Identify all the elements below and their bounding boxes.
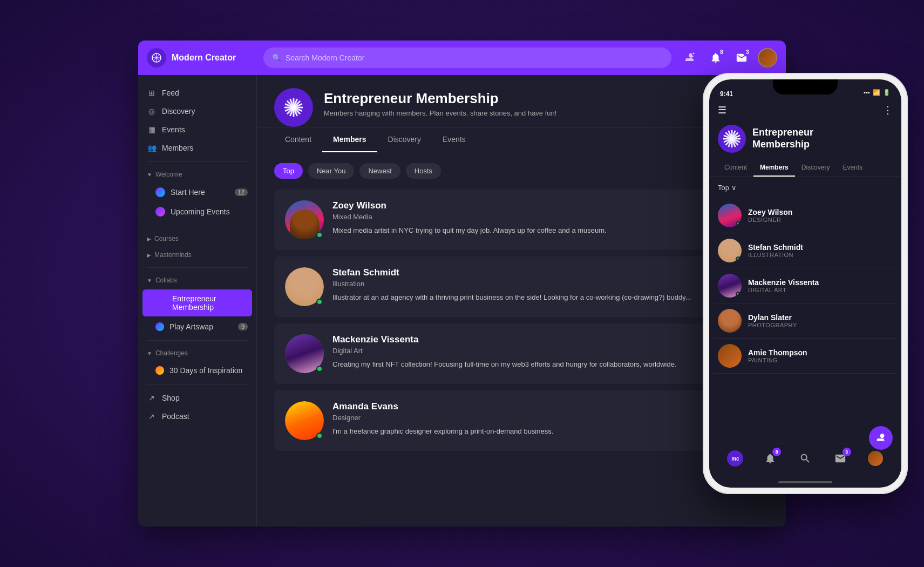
phone-nav-search[interactable]: [796, 449, 815, 468]
filter-near-you[interactable]: Near You: [308, 163, 355, 179]
phone-nav-home[interactable]: mc: [725, 449, 745, 468]
phone-member-stefan[interactable]: Stefan Schmidt ILLUSTRATION: [714, 233, 897, 268]
battery-icon: 🔋: [883, 89, 891, 96]
online-dot-amanda: [316, 433, 323, 439]
member-card-stefan[interactable]: Stefan Schmidt Illustration Illustrator …: [274, 256, 769, 317]
phone-group-section: Entrepreneur Membership: [709, 120, 901, 159]
member-role-zoey: Mixed Media: [332, 213, 758, 221]
phone-menu-icon[interactable]: ☰: [718, 104, 726, 116]
phone-more-icon[interactable]: ⋮: [883, 104, 893, 116]
phone-member-info-dylan: Dylan Slater PHOTOGRAPHY: [748, 313, 797, 328]
logo-area[interactable]: Modern Creator: [147, 48, 255, 68]
add-member-button[interactable]: +: [680, 48, 699, 68]
artswap-badge: 9: [238, 323, 248, 330]
member-name-zoey: Zoey Wilson: [332, 200, 758, 211]
divider-4: [147, 340, 248, 341]
entrepreneur-icon: [160, 299, 167, 307]
sidebar-item-entrepreneur[interactable]: Entrepreneur Membership: [142, 289, 252, 316]
phone-online-dot-mackenzie: [736, 292, 741, 297]
member-card-zoey[interactable]: Zoey Wilson Mixed Media Mixed media arti…: [274, 190, 769, 250]
svg-point-15: [291, 105, 296, 110]
phone-notch: [773, 79, 838, 94]
wifi-icon: 📶: [873, 89, 880, 96]
member-bio-stefan: Illustrator at an ad agency with a thriv…: [332, 292, 758, 303]
phone-member-mackenzie[interactable]: Mackenzie Vissenta DIGITAL ART: [714, 268, 897, 303]
phone-member-dylan[interactable]: Dylan Slater PHOTOGRAPHY: [714, 303, 897, 339]
upcoming-events-icon: [155, 207, 165, 217]
sidebar-item-feed[interactable]: ⊞ Feed: [138, 84, 256, 102]
section-welcome[interactable]: ▼ Welcome: [138, 166, 256, 183]
online-dot-stefan: [316, 299, 323, 305]
phone-member-name-zoey: Zoey Wilson: [748, 208, 792, 217]
phone-tab-discovery[interactable]: Discovery: [795, 159, 837, 177]
phone-nav-avatar[interactable]: [866, 449, 885, 468]
phone-tab-events[interactable]: Events: [836, 159, 869, 177]
search-bar[interactable]: 🔍 Search Modern Creator: [263, 48, 671, 68]
app-window: Modern Creator 🔍 Search Modern Creator +…: [138, 40, 786, 526]
phone-screen: 9:41 ▪▪▪ 📶 🔋 ☰ ⋮: [709, 79, 901, 488]
member-info-mackenzie: Mackenzie Vissenta Digital Art Creating …: [332, 334, 758, 370]
tab-members[interactable]: Members: [322, 127, 377, 152]
phone-member-name-dylan: Dylan Slater: [748, 313, 797, 322]
member-info-amanda: Amanda Evans Designer I'm a freelance gr…: [332, 401, 758, 437]
member-name-mackenzie: Mackenzie Vissenta: [332, 334, 758, 345]
sidebar-item-30-days[interactable]: 30 Days of Inspiration: [138, 361, 256, 380]
sidebar-label-start-here: Start Here: [171, 188, 205, 197]
phone-header-bar: ☰ ⋮: [709, 100, 901, 120]
sidebar-label-members: Members: [162, 144, 193, 152]
divider-5: [147, 384, 248, 384]
notifications-button[interactable]: 8: [706, 48, 725, 68]
member-name-amanda: Amanda Evans: [332, 401, 758, 412]
group-subtitle: Members hanging with members. Plan event…: [324, 109, 736, 117]
main-layout: ⊞ Feed ◎ Discovery ▦ Events 👥 Members: [138, 75, 786, 526]
sidebar-label-discovery: Discovery: [162, 107, 195, 116]
member-card-mackenzie[interactable]: Mackenzie Vissenta Digital Art Creating …: [274, 323, 769, 384]
member-avatar-wrap-amanda: [285, 401, 324, 440]
welcome-collapse-icon: ▼: [147, 172, 152, 178]
phone-filter-bar: Top ∨: [709, 177, 901, 198]
phone-member-role-stefan: ILLUSTRATION: [748, 252, 803, 258]
section-masterminds[interactable]: ▶ Masterminds: [138, 247, 256, 263]
tab-events[interactable]: Events: [432, 127, 477, 152]
alerts-button[interactable]: 3: [732, 48, 751, 68]
section-challenges[interactable]: ▼ Challenges: [138, 345, 256, 361]
phone-tab-members[interactable]: Members: [753, 159, 795, 177]
sidebar-label-30-days: 30 Days of Inspiration: [169, 366, 242, 375]
section-welcome-label: Welcome: [155, 171, 182, 178]
sidebar-item-upcoming-events[interactable]: Upcoming Events: [138, 202, 256, 221]
sidebar-item-podcast[interactable]: ↗ Podcast: [138, 407, 256, 426]
phone-tabs: Content Members Discovery Events: [709, 159, 901, 177]
phone-group-name-line2: Membership: [752, 139, 813, 151]
phone-group-name: Entrepreneur Membership: [752, 127, 813, 150]
signal-icon: ▪▪▪: [864, 89, 870, 96]
phone-member-zoey[interactable]: Zoey Wilson DESIGNER: [714, 198, 897, 233]
sidebar-item-start-here[interactable]: Start Here 12: [138, 183, 256, 202]
section-collabs[interactable]: ▼ Collabs: [138, 272, 256, 288]
phone-tab-content[interactable]: Content: [718, 159, 753, 177]
phone-fab-button[interactable]: [869, 426, 893, 450]
user-avatar[interactable]: [758, 48, 777, 68]
sidebar-item-shop[interactable]: ↗ Shop: [138, 389, 256, 407]
phone-bottom-nav: mc 8 3: [709, 443, 901, 479]
phone-member-name-amie: Amie Thompson: [748, 348, 807, 357]
section-courses[interactable]: ▶ Courses: [138, 231, 256, 247]
svg-point-24: [730, 137, 733, 140]
phone-avatar-zoey: [718, 204, 742, 227]
sidebar-item-members[interactable]: 👥 Members: [138, 139, 256, 157]
filter-hosts[interactable]: Hosts: [406, 163, 441, 179]
member-card-amanda[interactable]: Amanda Evans Designer I'm a freelance gr…: [274, 390, 769, 451]
tab-discovery[interactable]: Discovery: [377, 127, 432, 152]
sidebar-item-events[interactable]: ▦ Events: [138, 120, 256, 139]
tab-content[interactable]: Content: [274, 127, 322, 152]
sidebar-item-discovery[interactable]: ◎ Discovery: [138, 102, 256, 120]
sidebar-item-play-artswap[interactable]: Play Artswap 9: [138, 318, 256, 336]
phone-nav-notifications[interactable]: 8: [760, 449, 780, 468]
phone-member-amie[interactable]: Amie Thompson PAINTING: [714, 339, 897, 374]
phone-filter-top-label: Top: [718, 184, 729, 192]
filter-newest[interactable]: Newest: [359, 163, 400, 179]
phone-filter-top[interactable]: Top ∨: [718, 184, 737, 192]
filter-top[interactable]: Top: [274, 163, 303, 179]
phone-status-icons: ▪▪▪ 📶 🔋: [864, 89, 891, 96]
phone-nav-alerts[interactable]: 3: [831, 449, 850, 468]
phone-filter-chevron-icon: ∨: [731, 184, 737, 192]
